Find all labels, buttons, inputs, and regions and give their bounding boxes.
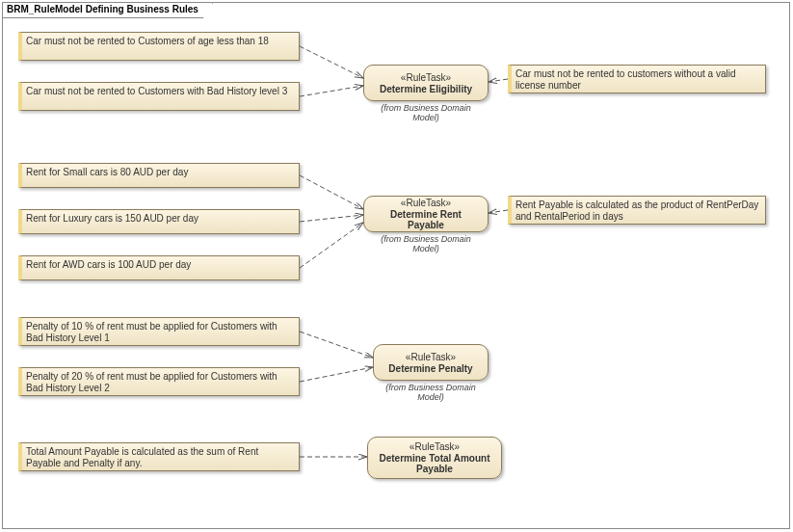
rule-note-penalty1: Penalty of 10 % of rent must be applied … — [18, 317, 300, 346]
from-label-eligibility: (from Business Domain Model) — [368, 103, 484, 122]
ruletask-total: «RuleTask» Determine Total Amount Payabl… — [367, 437, 502, 479]
ruletask-name: Determine Penalty — [388, 363, 472, 374]
ruletask-name: Determine Total Amount Payable — [376, 453, 493, 474]
rule-note-luxury: Rent for Luxury cars is 150 AUD per day — [18, 209, 300, 234]
svg-line-7 — [300, 332, 373, 358]
svg-line-4 — [300, 215, 363, 222]
stereotype-label: «RuleTask» — [406, 352, 456, 362]
rule-note-rentcalc: Rent Payable is calculated as the produc… — [508, 196, 766, 225]
ruletask-rent: «RuleTask» Determine Rent Payable — [363, 196, 489, 232]
rule-note-badhist3: Car must not be rented to Customers with… — [18, 82, 300, 111]
ruletask-name: Determine Rent Payable — [372, 209, 480, 230]
rule-note-penalty2: Penalty of 20 % of rent must be applied … — [18, 367, 300, 396]
ruletask-name: Determine Eligibility — [380, 84, 472, 94]
rule-note-age18: Car must not be rented to Customers of a… — [18, 32, 300, 61]
svg-line-6 — [489, 210, 508, 213]
svg-line-2 — [489, 79, 508, 82]
rule-note-totalcalc: Total Amount Payable is calculated as th… — [18, 442, 300, 471]
svg-line-1 — [300, 86, 363, 96]
rule-note-small: Rent for Small cars is 80 AUD per day — [18, 163, 300, 188]
stereotype-label: «RuleTask» — [401, 198, 451, 208]
diagram-frame: BRM_RuleModel Defining Business Rules Ca… — [2, 2, 790, 529]
rule-note-license: Car must not be rented to customers with… — [508, 65, 766, 93]
ruletask-penalty: «RuleTask» Determine Penalty — [373, 344, 489, 381]
stereotype-label: «RuleTask» — [401, 72, 451, 83]
svg-line-5 — [300, 223, 363, 268]
ruletask-eligibility: «RuleTask» Determine Eligibility — [363, 65, 489, 101]
from-label-penalty: (from Business Domain Model) — [373, 383, 489, 402]
frame-title: BRM_RuleModel Defining Business Rules — [3, 3, 213, 18]
stereotype-label: «RuleTask» — [410, 441, 460, 452]
svg-line-0 — [300, 46, 363, 78]
from-label-rent: (from Business Domain Model) — [368, 234, 484, 253]
svg-line-3 — [300, 175, 363, 209]
rule-note-awd: Rent for AWD cars is 100 AUD per day — [18, 255, 300, 280]
svg-line-8 — [300, 367, 373, 382]
